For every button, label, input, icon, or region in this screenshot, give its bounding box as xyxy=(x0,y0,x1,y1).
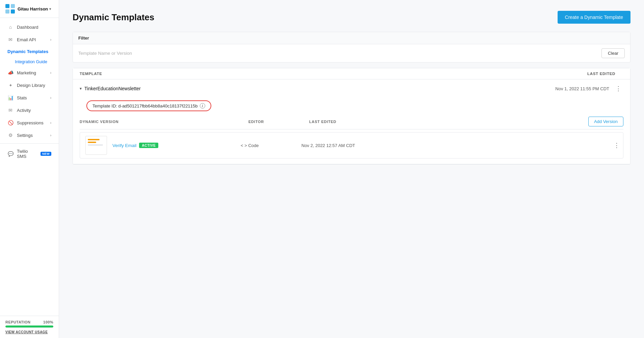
view-account-usage-link[interactable]: VIEW ACCOUNT USAGE xyxy=(5,330,53,334)
sidebar-item-label: Dashboard xyxy=(17,25,38,30)
templates-table: TEMPLATE LAST EDITED ▾ TinkerEducationNe… xyxy=(73,68,630,165)
email-api-chevron-icon: › xyxy=(50,38,51,42)
sidebar-item-label: Dynamic Templates xyxy=(7,49,48,54)
main-content: Dynamic Templates Create a Dynamic Templ… xyxy=(59,0,644,338)
sidebar-item-settings[interactable]: ⚙ Settings › xyxy=(2,129,57,141)
sidebar-item-label: Settings xyxy=(17,133,33,138)
sidebar-item-design-library[interactable]: ✦ Design Library xyxy=(2,79,57,91)
version-name-link[interactable]: Verify Email xyxy=(112,143,136,148)
activity-icon: ✉ xyxy=(7,107,14,113)
create-template-button[interactable]: Create a Dynamic Template xyxy=(558,11,630,24)
sidebar-item-label: Email API xyxy=(17,37,36,42)
thumb-line-3 xyxy=(88,144,103,146)
version-editor-cell: < > Code xyxy=(241,143,301,148)
sidebar-item-dashboard[interactable]: ⌂ Dashboard xyxy=(2,21,57,33)
new-badge: NEW xyxy=(41,152,51,156)
sidebar-item-label: Stats xyxy=(17,95,27,100)
table-header-row: TEMPLATE LAST EDITED xyxy=(73,68,630,79)
version-active-badge: ACTIVE xyxy=(139,143,158,148)
sidebar: Gitau Harrison ▾ ⌂ Dashboard ✉ Email API… xyxy=(0,0,59,338)
suppressions-icon: 🚫 xyxy=(7,120,14,126)
sidebar-item-label: Marketing xyxy=(17,70,36,75)
app-logo xyxy=(5,4,15,14)
marketing-chevron-icon: › xyxy=(50,71,51,75)
template-id-badge: Template ID: d-ad501217fbb64bb8a40c18137… xyxy=(86,100,211,111)
sidebar-item-label: Suppressions xyxy=(17,120,44,125)
col-editor-header: EDITOR xyxy=(248,120,309,124)
reputation-bar-fill xyxy=(5,325,53,328)
sidebar-item-label: Design Library xyxy=(17,83,45,88)
add-version-button[interactable]: Add Version xyxy=(588,117,623,126)
sidebar-header[interactable]: Gitau Harrison ▾ xyxy=(0,0,59,18)
col-dynamic-version-header: DYNAMIC VERSION xyxy=(80,120,248,124)
settings-icon: ⚙ xyxy=(7,132,14,138)
filter-header: Filter xyxy=(73,32,630,44)
sidebar-nav: ⌂ Dashboard ✉ Email API › Dynamic Templa… xyxy=(0,18,59,316)
template-name: TinkerEducationNewsletter xyxy=(84,86,141,91)
template-row: ▾ TinkerEducationNewsletter Nov 1, 2022 … xyxy=(73,79,630,164)
sidebar-item-stats[interactable]: 📊 Stats › xyxy=(2,92,57,104)
sidebar-footer: REPUTATION 100% VIEW ACCOUNT USAGE xyxy=(0,316,59,338)
thumb-line-2 xyxy=(88,142,96,143)
svg-rect-3 xyxy=(11,9,15,14)
marketing-icon: 📣 xyxy=(7,70,14,76)
version-name-cell: Verify Email ACTIVE xyxy=(112,143,241,148)
design-library-icon: ✦ xyxy=(7,82,14,88)
versions-header: DYNAMIC VERSION EDITOR LAST EDITED Add V… xyxy=(80,114,623,129)
sidebar-item-twilio-sms[interactable]: 💬 Twilio SMS NEW xyxy=(2,146,57,162)
user-chevron-icon: ▾ xyxy=(49,7,51,11)
template-id-info-icon[interactable]: i xyxy=(200,103,205,108)
version-last-edited-cell: Nov 2, 2022 12:57 AM CDT xyxy=(301,143,610,148)
col-last-edited-header: LAST EDITED xyxy=(587,72,615,76)
sidebar-item-suppressions[interactable]: 🚫 Suppressions › xyxy=(2,117,57,129)
filter-body: Clear xyxy=(73,44,630,62)
versions-section: DYNAMIC VERSION EDITOR LAST EDITED Add V… xyxy=(73,114,630,164)
email-api-icon: ✉ xyxy=(7,37,14,43)
sidebar-item-email-api[interactable]: ✉ Email API › xyxy=(2,33,57,46)
stats-chevron-icon: › xyxy=(50,96,51,100)
sidebar-item-label: Activity xyxy=(17,108,31,113)
template-last-edited: Nov 1, 2022 11:55 PM CDT xyxy=(555,86,609,91)
template-more-icon[interactable]: ⋮ xyxy=(613,84,623,93)
filter-section: Filter Clear xyxy=(73,32,630,63)
filter-input[interactable] xyxy=(78,51,597,56)
svg-rect-0 xyxy=(5,4,9,8)
col-template-header: TEMPLATE xyxy=(80,72,102,76)
svg-rect-2 xyxy=(5,9,9,14)
dashboard-icon: ⌂ xyxy=(7,24,14,30)
twilio-sms-icon: 💬 xyxy=(7,151,14,157)
template-name-row[interactable]: ▾ TinkerEducationNewsletter Nov 1, 2022 … xyxy=(73,79,630,98)
sidebar-item-label: Twilio SMS xyxy=(17,149,37,159)
stats-icon: 📊 xyxy=(7,95,14,101)
sidebar-item-dynamic-templates[interactable]: Dynamic Templates xyxy=(2,46,57,57)
page-title: Dynamic Templates xyxy=(73,12,154,23)
page-header: Dynamic Templates Create a Dynamic Templ… xyxy=(73,11,630,24)
sidebar-item-marketing[interactable]: 📣 Marketing › xyxy=(2,67,57,79)
svg-rect-1 xyxy=(11,4,15,8)
user-name[interactable]: Gitau Harrison ▾ xyxy=(18,6,51,11)
template-id-row: Template ID: d-ad501217fbb64bb8a40c18137… xyxy=(73,98,630,114)
template-id-text: Template ID: d-ad501217fbb64bb8a40c18137… xyxy=(92,103,198,108)
version-item-row: Verify Email ACTIVE < > Code Nov 2, 2022… xyxy=(80,132,623,159)
clear-filter-button[interactable]: Clear xyxy=(601,48,625,58)
version-more-icon[interactable]: ⋮ xyxy=(610,141,623,150)
thumb-line-1 xyxy=(88,139,100,140)
reputation-bar-background xyxy=(5,325,53,328)
reputation-value: 100% xyxy=(43,320,53,324)
col-version-last-edited-header: LAST EDITED xyxy=(309,120,337,124)
sidebar-item-integration-guide[interactable]: Integration Guide xyxy=(0,57,59,66)
version-thumbnail xyxy=(85,136,107,155)
expand-chevron-icon: ▾ xyxy=(80,86,82,91)
sidebar-item-activity[interactable]: ✉ Activity xyxy=(2,104,57,116)
suppressions-chevron-icon: › xyxy=(50,121,51,125)
reputation-label: REPUTATION xyxy=(5,320,30,324)
settings-chevron-icon: › xyxy=(50,134,51,137)
